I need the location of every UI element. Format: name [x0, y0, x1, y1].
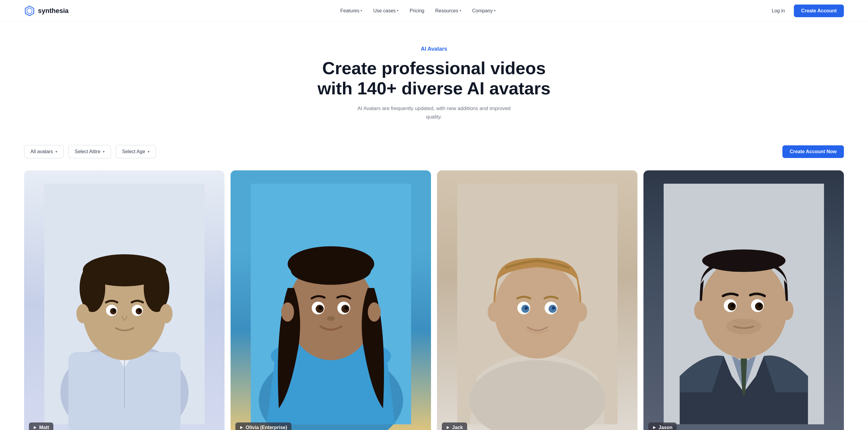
svg-point-15	[113, 309, 115, 312]
play-icon	[33, 426, 37, 429]
svg-point-62	[694, 300, 707, 320]
age-dropdown[interactable]: Select Age ▾	[116, 145, 156, 158]
avatars-grid: Matt	[0, 164, 868, 430]
nav-right: Log in Create Account	[768, 4, 844, 17]
svg-point-54	[702, 249, 785, 272]
nav-pricing[interactable]: Pricing	[405, 6, 429, 16]
svg-point-32	[319, 306, 322, 310]
play-icon	[652, 426, 656, 429]
svg-point-53	[701, 258, 787, 357]
hero-badge: AI Avatars	[12, 46, 856, 52]
play-icon	[240, 426, 243, 429]
play-icon	[446, 426, 450, 429]
svg-point-41	[494, 262, 581, 359]
svg-marker-50	[447, 426, 450, 429]
avatar-image-matt	[44, 177, 205, 430]
svg-point-59	[731, 304, 734, 307]
hero-section: AI Avatars Create professional videos wi…	[0, 22, 868, 133]
avatar-card-olivia[interactable]: Olivia (Enterprise)	[230, 170, 431, 430]
svg-point-18	[160, 304, 173, 323]
svg-point-36	[368, 303, 381, 322]
avatar-name-matt: Matt	[29, 423, 53, 430]
nav-company[interactable]: Company ▾	[468, 6, 500, 16]
svg-marker-19	[34, 426, 36, 429]
avatar-card-matt[interactable]: Matt	[24, 170, 224, 430]
svg-point-46	[524, 306, 528, 310]
create-account-button[interactable]: Create Account	[794, 4, 844, 17]
logo-text: synthesia	[38, 7, 69, 15]
avatar-card-jason[interactable]: Jason	[644, 170, 844, 430]
svg-point-48	[488, 303, 501, 322]
nav-links: Features ▾ Use cases ▾ Pricing Resources…	[336, 6, 500, 16]
chevron-down-icon: ▾	[103, 149, 104, 154]
filters-section: All avatars ▾ Select Attire ▾ Select Age…	[0, 133, 868, 164]
avatar-card-jack[interactable]: Jack	[437, 170, 638, 430]
hero-title: Create professional videos with 140+ div…	[316, 58, 552, 98]
svg-point-47	[552, 306, 555, 310]
nav-use-cases[interactable]: Use cases ▾	[369, 6, 403, 16]
all-avatars-dropdown[interactable]: All avatars ▾	[24, 145, 64, 158]
nav-resources[interactable]: Resources ▾	[431, 6, 465, 16]
attire-dropdown[interactable]: Select Attire ▾	[68, 145, 111, 158]
svg-point-35	[281, 303, 294, 322]
avatar-name-jason: Jason	[648, 423, 677, 430]
svg-point-33	[344, 306, 348, 310]
chevron-down-icon: ▾	[148, 149, 150, 154]
avatar-image-jack	[457, 177, 618, 430]
login-link[interactable]: Log in	[768, 6, 789, 16]
filters-left: All avatars ▾ Select Attire ▾ Select Age…	[24, 145, 156, 158]
chevron-down-icon: ▾	[56, 149, 57, 154]
svg-marker-37	[240, 426, 243, 429]
chevron-icon: ▾	[494, 9, 496, 13]
avatar-name-olivia: Olivia (Enterprise)	[236, 423, 291, 430]
navigation: synthesia Features ▾ Use cases ▾ Pricing…	[0, 0, 868, 22]
create-account-now-button[interactable]: Create Account Now	[782, 145, 844, 158]
avatar-name-jack: Jack	[442, 423, 467, 430]
svg-marker-64	[653, 426, 656, 429]
nav-features[interactable]: Features ▾	[336, 6, 367, 16]
svg-point-27	[291, 256, 371, 285]
svg-point-63	[781, 300, 794, 320]
chevron-icon: ▾	[397, 9, 399, 13]
svg-point-10	[86, 258, 163, 283]
logo-link[interactable]: synthesia	[24, 5, 69, 16]
svg-point-34	[327, 316, 335, 321]
svg-point-16	[138, 309, 141, 312]
svg-point-61	[726, 318, 761, 335]
hero-subtitle: AI Avatars are frequently updated, with …	[350, 104, 518, 121]
chevron-icon: ▾	[361, 9, 362, 13]
svg-point-17	[76, 304, 89, 323]
chevron-icon: ▾	[460, 9, 461, 13]
avatar-image-jason	[664, 177, 824, 430]
avatar-image-olivia	[251, 177, 411, 430]
svg-point-60	[758, 304, 761, 307]
svg-point-49	[574, 303, 587, 322]
logo-icon	[24, 5, 35, 16]
